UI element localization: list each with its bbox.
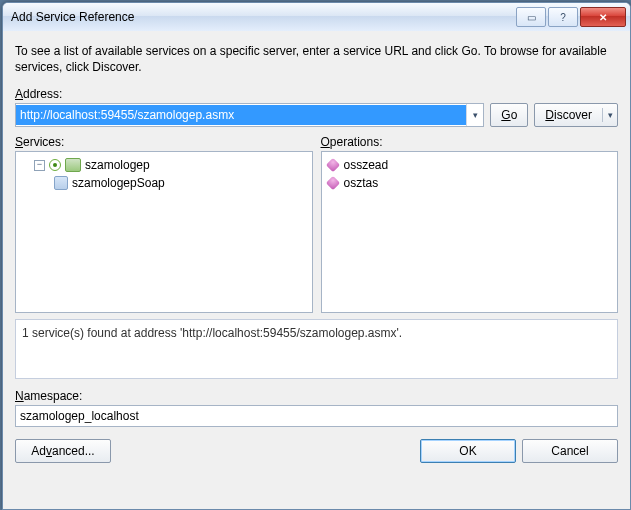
address-dropdown-icon[interactable]: ▾ <box>466 104 483 126</box>
expander-icon[interactable]: − <box>34 160 45 171</box>
status-box: 1 service(s) found at address 'http://lo… <box>15 319 618 379</box>
window-title: Add Service Reference <box>11 10 514 24</box>
operation-item[interactable]: osztas <box>326 174 614 192</box>
service-child-node[interactable]: szamologepSoap <box>20 174 308 192</box>
maximize-button[interactable]: ▭ <box>516 7 546 27</box>
service-icon <box>65 158 81 172</box>
radio-selected-icon <box>49 159 61 171</box>
intro-text: To see a list of available services on a… <box>15 43 618 75</box>
services-label: Services: <box>15 135 313 149</box>
namespace-label: Namespace: <box>15 389 618 403</box>
address-row: http://localhost:59455/szamologep.asmx ▾… <box>15 103 618 127</box>
close-button[interactable]: ✕ <box>580 7 626 27</box>
services-panel: Services: − szamologep szamologepSoap <box>15 135 313 313</box>
operation-icon <box>325 158 339 172</box>
operation-label: osszead <box>344 158 389 172</box>
advanced-button[interactable]: Advanced... <box>15 439 111 463</box>
titlebar: Add Service Reference ▭ ? ✕ <box>3 3 630 32</box>
namespace-input[interactable] <box>15 405 618 427</box>
lists-row: Services: − szamologep szamologepSoap Op… <box>15 135 618 313</box>
address-value: http://localhost:59455/szamologep.asmx <box>16 105 466 125</box>
address-combo[interactable]: http://localhost:59455/szamologep.asmx ▾ <box>15 103 484 127</box>
footer-row: Advanced... OK Cancel <box>15 439 618 463</box>
operation-label: osztas <box>344 176 379 190</box>
service-root-label: szamologep <box>85 158 150 172</box>
service-root-node[interactable]: − szamologep <box>20 156 308 174</box>
operations-panel: Operations: osszead osztas <box>321 135 619 313</box>
discover-button[interactable]: Discover ▾ <box>534 103 618 127</box>
go-button[interactable]: Go <box>490 103 528 127</box>
service-child-label: szamologepSoap <box>72 176 165 190</box>
operations-label: Operations: <box>321 135 619 149</box>
operations-listbox[interactable]: osszead osztas <box>321 151 619 313</box>
address-label: Address: <box>15 87 618 101</box>
client-area: To see a list of available services on a… <box>3 31 630 509</box>
dialog-window: Add Service Reference ▭ ? ✕ To see a lis… <box>2 2 631 510</box>
soap-endpoint-icon <box>54 176 68 190</box>
help-button[interactable]: ? <box>548 7 578 27</box>
cancel-button[interactable]: Cancel <box>522 439 618 463</box>
operation-item[interactable]: osszead <box>326 156 614 174</box>
services-listbox[interactable]: − szamologep szamologepSoap <box>15 151 313 313</box>
discover-dropdown-icon[interactable]: ▾ <box>603 110 617 120</box>
ok-button[interactable]: OK <box>420 439 516 463</box>
operation-icon <box>325 176 339 190</box>
